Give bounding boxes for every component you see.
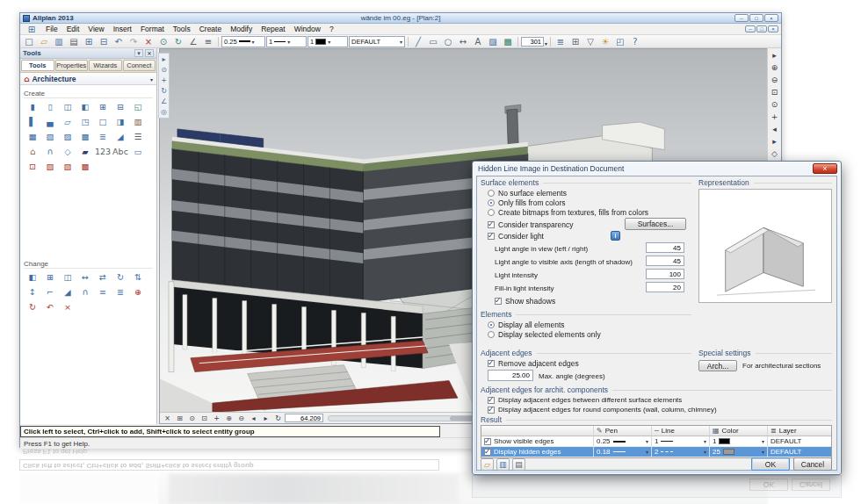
app-titlebar[interactable]: Allplan 2013 wände im 00.eg - [Plan:2] –… <box>20 13 781 24</box>
dormer-tool[interactable]: ∩ <box>41 145 59 158</box>
light-icon[interactable]: ☀ <box>598 36 612 47</box>
palette-header[interactable]: Tools ▾× <box>20 48 156 59</box>
line-color-select[interactable]: 1 <box>308 36 348 47</box>
grid-tool[interactable]: ▦ <box>24 130 41 143</box>
options-icon[interactable]: ≡ <box>201 36 215 47</box>
arch-button[interactable]: Arch... <box>698 360 737 371</box>
menu-item[interactable]: Repeat <box>257 25 289 33</box>
max-angle-field[interactable] <box>488 370 533 381</box>
zoom-icon[interactable]: ⊙ <box>161 66 167 74</box>
menu-item[interactable]: Tools <box>169 25 195 33</box>
minimize-button[interactable]: – <box>734 14 749 22</box>
close-view-icon[interactable]: × <box>162 414 173 423</box>
camera-icon[interactable]: ◎ <box>161 108 167 116</box>
measure-icon[interactable]: ∠ <box>186 36 200 47</box>
convert-tool[interactable]: ⊕ <box>129 285 147 299</box>
group-icon[interactable]: ⊞ <box>568 36 582 47</box>
open-file-icon[interactable]: ▱ <box>37 36 51 47</box>
slab-tool[interactable]: ▱ <box>59 115 76 128</box>
header-color[interactable]: ▦ Color <box>710 426 768 436</box>
hatch-tool-icon[interactable]: ▨ <box>486 36 500 47</box>
coordinate-field[interactable] <box>285 414 323 422</box>
move-tool[interactable]: ⇅ <box>129 270 147 284</box>
french-window-tool[interactable]: ⊟ <box>112 100 129 113</box>
menu-item[interactable]: Modify <box>226 25 257 33</box>
chimney-tool[interactable]: ▥ <box>129 115 147 128</box>
restore-tool[interactable]: ↶ <box>41 300 59 313</box>
restore-button[interactable]: □ <box>756 25 767 32</box>
view-prev-icon[interactable]: ◂ <box>248 414 259 423</box>
label-tool[interactable]: ▭ <box>129 145 147 158</box>
view-next-icon[interactable]: ▸ <box>260 414 271 423</box>
tab-tools[interactable]: Tools <box>21 60 54 71</box>
dialog-titlebar[interactable]: Hidden Line Image in Destination Documen… <box>473 162 841 176</box>
circle-tool-icon[interactable]: ○ <box>441 36 455 47</box>
light-info-button[interactable] <box>611 231 620 241</box>
room-tool[interactable]: ⊡ <box>24 160 41 173</box>
zoom-all-icon[interactable]: ⊙ <box>156 36 170 47</box>
header-line[interactable]: ─ Line <box>652 426 710 436</box>
check-show-shadows[interactable]: Show shadows <box>495 297 555 306</box>
zoom-section-icon[interactable]: ⊡ <box>199 414 210 423</box>
check-adjacent-round-components[interactable]: Display adjacent edges for round compone… <box>488 406 717 414</box>
menu-item[interactable]: File <box>41 25 62 33</box>
save-icon[interactable]: ▥ <box>52 36 66 47</box>
copy-icon[interactable]: ⊞ <box>82 36 96 47</box>
layer-cell[interactable]: DEFAULT <box>768 447 831 457</box>
view-prev-icon[interactable]: ◂ <box>772 125 777 134</box>
ceiling-grid-tool[interactable]: ▩ <box>76 130 94 143</box>
profile-wall-tool[interactable]: ▯ <box>41 100 59 113</box>
line-cell[interactable]: 1 <box>652 436 710 446</box>
measure-icon[interactable]: ∠ <box>161 97 167 105</box>
restore-button[interactable]: □ <box>749 14 763 22</box>
chamfer-tool[interactable]: ◢ <box>59 285 76 299</box>
align-tool[interactable]: ≣ <box>112 285 129 299</box>
delete-icon[interactable]: × <box>141 36 156 47</box>
solar-panel-tool[interactable]: ▰ <box>76 145 94 158</box>
recess-tool[interactable]: ◳ <box>76 115 94 128</box>
delete-part-tool[interactable]: × <box>59 300 76 313</box>
light-angle-view-field[interactable] <box>646 242 684 253</box>
menu-item[interactable]: Format <box>136 25 169 33</box>
cancel-button[interactable]: Cancel <box>793 457 832 471</box>
check-remove-adjacent-edges[interactable]: Remove adjacent edges <box>488 359 579 368</box>
light-intensity-field[interactable] <box>646 269 684 279</box>
roof-tool[interactable]: ⌂ <box>24 145 41 158</box>
pen-cell[interactable]: 0.25 <box>594 436 652 446</box>
check-adjacent-surface-elements[interactable]: Display adjacent edges between different… <box>488 396 682 404</box>
paste-icon[interactable]: ⊟ <box>97 36 111 47</box>
pan-icon[interactable]: + <box>161 76 167 84</box>
beam-tool[interactable]: ▄ <box>41 115 59 128</box>
check-consider-light[interactable]: Consider light <box>488 232 544 241</box>
pen-thickness-select[interactable]: 0.25 <box>221 36 265 47</box>
layer-cell[interactable]: DEFAULT <box>768 436 831 446</box>
result-row-hidden-edges[interactable]: Display hidden edges 0.18 2 25 <box>481 447 831 457</box>
minimize-button[interactable]: – <box>745 25 756 32</box>
rotate-tool[interactable]: ↻ <box>112 270 129 284</box>
dimension-tool-icon[interactable]: ↔ <box>456 36 470 47</box>
raster-tool[interactable]: ▨ <box>59 130 76 143</box>
check-consider-transparency[interactable]: Consider transparency <box>488 220 574 229</box>
radio-create-bitmaps[interactable]: Create bitmaps from textures, fills from… <box>488 208 648 217</box>
niche-tool[interactable]: ◨ <box>112 115 129 128</box>
pan-icon[interactable]: + <box>211 414 222 423</box>
mirror-tool[interactable]: ⇄ <box>94 270 112 284</box>
radio-display-all-elements[interactable]: Display all elements <box>488 320 565 329</box>
close-icon[interactable]: × <box>145 49 154 57</box>
offset-tool[interactable]: ≡ <box>94 285 112 299</box>
print-button[interactable]: ▤ <box>512 458 525 471</box>
zoom-fit-icon[interactable]: ⊙ <box>186 414 198 423</box>
color-cell[interactable]: 25 <box>710 447 768 457</box>
scale-input[interactable] <box>521 37 544 47</box>
tab-connect[interactable]: Connect <box>123 60 156 71</box>
zoom-in-icon[interactable]: ⊕ <box>223 414 235 423</box>
radio-no-surface-elements[interactable]: No surface elements <box>488 189 567 198</box>
surfaces-button[interactable]: Surfaces... <box>625 218 686 230</box>
menu-item[interactable]: Edit <box>62 25 84 33</box>
view-3d-icon[interactable]: ◇ <box>771 149 778 159</box>
checkbox-icon[interactable] <box>484 438 491 445</box>
load-favorite-button[interactable]: ▱ <box>481 458 494 471</box>
zoom-out-icon[interactable]: ⊖ <box>771 76 778 85</box>
color-cell[interactable]: 1 <box>710 436 768 446</box>
radio-only-fills-from-colors[interactable]: Only fills from colors <box>488 198 566 207</box>
